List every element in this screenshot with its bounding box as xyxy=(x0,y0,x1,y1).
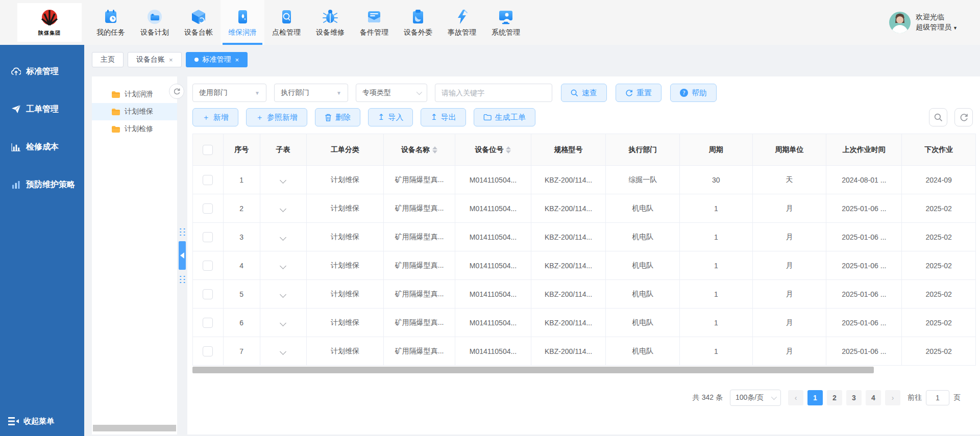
cell-model: KBZ-200/114... xyxy=(531,166,606,194)
table-horizontal-scrollbar[interactable] xyxy=(192,367,976,373)
cell-expand xyxy=(260,309,306,337)
folder-icon xyxy=(111,91,120,98)
sidebar-item-repair-cost[interactable]: 检修成本 xyxy=(0,136,84,158)
ledger-cube-icon xyxy=(189,8,208,25)
generate-workorder-button[interactable]: 生成工单 xyxy=(474,108,535,126)
row-checkbox[interactable] xyxy=(203,289,213,299)
use-department-select[interactable]: 使用部门 ▼ xyxy=(192,84,266,102)
cell-model: KBZ-200/114... xyxy=(531,309,606,337)
splitter-grip-icon[interactable] xyxy=(179,227,186,236)
expand-chevron-icon[interactable] xyxy=(280,234,286,241)
special-type-select[interactable]: 专项类型 xyxy=(356,84,427,102)
sidebar-item-workorder-management[interactable]: 工单管理 xyxy=(0,98,84,120)
expand-chevron-icon[interactable] xyxy=(280,206,286,212)
plus-icon: ＋ xyxy=(202,113,210,122)
calendar-task-icon xyxy=(102,8,120,25)
table-search-button[interactable] xyxy=(929,108,947,126)
row-checkbox[interactable] xyxy=(203,232,213,242)
prev-page-button[interactable]: ‹ xyxy=(788,390,803,405)
tree-refresh-button[interactable] xyxy=(169,84,184,99)
row-checkbox[interactable] xyxy=(203,261,213,271)
nav-spot-inspection[interactable]: 点检管理 xyxy=(264,0,308,45)
expand-chevron-icon[interactable] xyxy=(280,291,286,298)
button-label: 帮助 xyxy=(692,88,707,98)
row-checkbox-cell xyxy=(193,194,224,223)
column-header-model: 规格型号 xyxy=(531,134,606,166)
nav-device-outsourcing[interactable]: 设备外委 xyxy=(396,0,440,45)
cell-last-time: 2025-01-06 ... xyxy=(826,280,902,309)
tab-label: 设备台账 xyxy=(136,55,165,64)
tree-horizontal-scrollbar[interactable] xyxy=(93,425,176,431)
collapse-menu-icon xyxy=(8,417,19,425)
page-button-1[interactable]: 1 xyxy=(807,390,823,405)
nav-maintenance-lubrication[interactable]: 维保润滑 xyxy=(220,0,264,45)
nav-system[interactable]: 系统管理 xyxy=(484,0,528,45)
expand-chevron-icon[interactable] xyxy=(280,320,286,326)
tree-item-plan-maintenance[interactable]: 计划维保 xyxy=(92,103,177,120)
sidebar-item-preventive-strategy[interactable]: 预防维护策略 xyxy=(0,173,84,196)
keyword-input[interactable] xyxy=(435,84,552,102)
user-menu[interactable]: 欢迎光临 超级管理员▼ xyxy=(889,0,958,45)
tree-item-plan-overhaul[interactable]: 计划检修 xyxy=(92,120,177,138)
row-checkbox[interactable] xyxy=(203,203,213,214)
import-button[interactable]: ↥导入 xyxy=(368,108,413,126)
delete-button[interactable]: 删除 xyxy=(315,108,360,126)
quick-search-button[interactable]: 速查 xyxy=(561,84,607,102)
sort-carets-icon[interactable] xyxy=(432,146,437,153)
page-buttons: ‹ 1 2 3 4 › xyxy=(788,390,900,405)
help-button[interactable]: ? 帮助 xyxy=(670,84,717,102)
expand-chevron-icon[interactable] xyxy=(280,177,286,184)
cell-seq: 6 xyxy=(223,309,260,337)
collapse-menu-label: 收起菜单 xyxy=(23,417,54,426)
nav-accident[interactable]: 事故管理 xyxy=(440,0,484,45)
cell-expand xyxy=(260,223,306,251)
collapse-menu-button[interactable]: 收起菜单 xyxy=(0,411,84,432)
tab-device-ledger[interactable]: 设备台账 × xyxy=(128,52,182,67)
cell-seq: 5 xyxy=(223,280,260,309)
table-refresh-button[interactable] xyxy=(954,108,973,126)
cell-department: 机电队 xyxy=(606,251,679,280)
add-button[interactable]: ＋新增 xyxy=(192,108,238,126)
next-page-button[interactable]: › xyxy=(885,390,900,405)
scrollbar-thumb[interactable] xyxy=(93,425,176,431)
row-checkbox[interactable] xyxy=(203,318,213,328)
column-header-device-tag[interactable]: 设备位号 xyxy=(455,134,531,166)
column-header-device-name[interactable]: 设备名称 xyxy=(383,134,455,166)
tab-standard-management[interactable]: 标准管理 × xyxy=(186,52,248,67)
tree-item-label: 计划润滑 xyxy=(125,90,153,99)
close-icon[interactable]: × xyxy=(169,56,173,64)
row-checkbox[interactable] xyxy=(203,346,213,356)
row-checkbox[interactable] xyxy=(203,175,213,185)
page-button-3[interactable]: 3 xyxy=(846,390,862,405)
select-all-checkbox[interactable] xyxy=(203,145,213,155)
scrollbar-thumb[interactable] xyxy=(192,367,874,373)
export-button[interactable]: ↥导出 xyxy=(421,108,465,126)
nav-device-plan[interactable]: 设备计划 xyxy=(133,0,177,45)
expand-chevron-icon[interactable] xyxy=(280,263,286,269)
page-size-select[interactable]: 100条/页 xyxy=(730,390,781,406)
row-checkbox-cell xyxy=(193,223,224,251)
splitter-grip-icon[interactable] xyxy=(179,275,186,284)
cell-last-time: 2025-01-06 ... xyxy=(826,337,902,366)
sidebar-item-label: 标准管理 xyxy=(26,66,59,77)
sort-carets-icon[interactable] xyxy=(506,146,511,153)
tab-home[interactable]: 主页 xyxy=(92,52,124,67)
goto-page-input[interactable] xyxy=(926,390,949,405)
close-icon[interactable]: × xyxy=(235,56,239,64)
nav-device-repair[interactable]: 设备维修 xyxy=(308,0,352,45)
page-button-2[interactable]: 2 xyxy=(827,390,842,405)
add-by-reference-button[interactable]: ＋参照新增 xyxy=(246,108,307,126)
accident-lightning-icon xyxy=(453,8,471,25)
page-button-4[interactable]: 4 xyxy=(866,390,881,405)
button-label: 导出 xyxy=(441,113,456,122)
sidebar-item-label: 工单管理 xyxy=(26,104,59,115)
nav-my-tasks[interactable]: 我的任务 xyxy=(89,0,133,45)
exec-department-select[interactable]: 执行部门 ▼ xyxy=(274,84,348,102)
tree-item-plan-lubrication[interactable]: 计划润滑 xyxy=(92,86,177,103)
expand-chevron-icon[interactable] xyxy=(280,348,286,355)
sidebar-item-standard-management[interactable]: 标准管理 xyxy=(0,60,84,83)
nav-device-ledger[interactable]: 设备台帐 xyxy=(177,0,220,45)
collapse-tree-handle[interactable] xyxy=(179,241,186,270)
reset-button[interactable]: 重置 xyxy=(616,84,662,102)
nav-spare-parts[interactable]: 备件管理 xyxy=(352,0,396,45)
